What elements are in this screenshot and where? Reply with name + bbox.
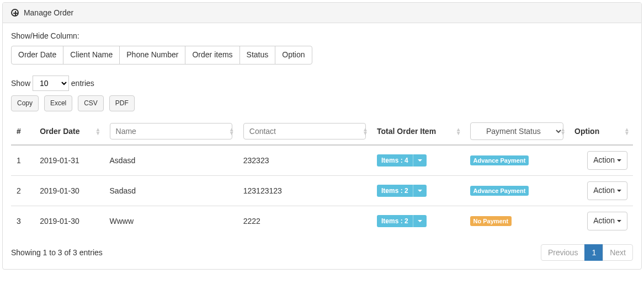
filter-payment-status-select[interactable]: Payment Status xyxy=(470,122,564,140)
export-pdf[interactable]: PDF xyxy=(109,95,135,111)
cell-order-date: 2019-01-30 xyxy=(34,176,104,206)
sort-icon: ▲▼ xyxy=(229,127,235,135)
action-button[interactable]: Action xyxy=(587,151,627,170)
items-badge[interactable]: Items : 2 xyxy=(377,215,427,227)
length-suffix: entries xyxy=(71,79,94,88)
cell-contact: 232323 xyxy=(238,145,371,175)
cell-payment-status: No Payment xyxy=(465,206,570,236)
length-control: Show 10 entries xyxy=(11,76,633,91)
col-order-date[interactable]: Order Date ▲▼ xyxy=(34,118,104,145)
cell-order-date: 2019-01-30 xyxy=(34,206,104,236)
cell-client-name: Asdasd xyxy=(104,145,238,175)
export-buttons: Copy Excel CSV PDF xyxy=(11,95,633,111)
items-badge-label: Items : 4 xyxy=(377,154,413,167)
chevron-down-icon xyxy=(617,220,621,222)
filter-contact-input[interactable] xyxy=(243,123,366,139)
col-index[interactable]: # xyxy=(11,118,34,145)
export-excel[interactable]: Excel xyxy=(44,95,72,111)
orders-table: # Order Date ▲▼ ▲▼ ▲▼ Tota xyxy=(11,118,633,236)
action-button[interactable]: Action xyxy=(587,181,627,200)
col-name: ▲▼ xyxy=(104,118,238,145)
cell-contact: 123123123 xyxy=(238,176,371,206)
chevron-down-icon xyxy=(413,154,427,167)
colvis-label: Show/Hide Column: xyxy=(11,31,633,40)
col-payment-status: Payment Status ▲▼ xyxy=(465,118,570,145)
action-button-label: Action xyxy=(593,155,617,164)
length-select[interactable]: 10 xyxy=(33,76,69,91)
manage-order-panel: Manage Order Show/Hide Column: Order Dat… xyxy=(2,2,642,270)
colvis-status[interactable]: Status xyxy=(239,46,276,65)
plus-circle-icon xyxy=(11,9,19,17)
items-badge-label: Items : 2 xyxy=(377,215,413,227)
sort-icon: ▲▼ xyxy=(456,127,461,135)
col-contact: ▲▼ xyxy=(238,118,371,145)
chevron-down-icon xyxy=(413,185,427,197)
colvis-phone-number[interactable]: Phone Number xyxy=(119,46,185,65)
col-total-item[interactable]: Total Order Item ▲▼ xyxy=(371,118,465,145)
colvis-order-date[interactable]: Order Date xyxy=(11,46,63,65)
cell-option: Action xyxy=(569,145,633,175)
cell-contact: 2222 xyxy=(238,206,371,236)
cell-option: Action xyxy=(569,206,633,236)
sort-icon: ▲▼ xyxy=(624,127,630,135)
cell-client-name: Sadasd xyxy=(104,176,238,206)
items-badge[interactable]: Items : 2 xyxy=(377,185,427,197)
table-row: 22019-01-30Sadasd123123123Items : 2Advan… xyxy=(11,176,633,206)
action-button[interactable]: Action xyxy=(587,212,627,230)
colvis-option[interactable]: Option xyxy=(275,46,312,65)
cell-total-item: Items : 2 xyxy=(371,176,465,206)
pagination: Previous 1 Next xyxy=(541,244,633,261)
cell-payment-status: Advance Payment xyxy=(465,176,570,206)
items-badge[interactable]: Items : 4 xyxy=(377,154,427,167)
colvis-order-items[interactable]: Order items xyxy=(185,46,239,65)
colvis-button-group: Order Date Client Name Phone Number Orde… xyxy=(11,46,633,65)
panel-title: Manage Order xyxy=(24,8,73,17)
filter-name-input[interactable] xyxy=(110,123,232,139)
chevron-down-icon xyxy=(413,215,427,227)
sort-icon: ▲▼ xyxy=(95,127,101,135)
page-previous[interactable]: Previous xyxy=(541,244,585,261)
chevron-down-icon xyxy=(617,190,621,192)
action-button-label: Action xyxy=(593,186,617,195)
cell-order-date: 2019-01-31 xyxy=(34,145,104,175)
sort-icon: ▲▼ xyxy=(363,127,368,135)
sort-icon: ▲▼ xyxy=(560,127,566,135)
action-button-label: Action xyxy=(593,216,617,225)
cell-index: 3 xyxy=(11,206,34,236)
payment-status-badge: No Payment xyxy=(470,216,512,226)
cell-total-item: Items : 4 xyxy=(371,145,465,175)
table-row: 12019-01-31Asdasd232323Items : 4Advance … xyxy=(11,145,633,175)
table-info: Showing 1 to 3 of 3 entries xyxy=(11,248,103,257)
col-option[interactable]: Option ▲▼ xyxy=(569,118,633,145)
export-csv[interactable]: CSV xyxy=(78,95,104,111)
items-badge-label: Items : 2 xyxy=(377,185,413,197)
export-copy[interactable]: Copy xyxy=(11,95,39,111)
cell-index: 2 xyxy=(11,176,34,206)
panel-heading: Manage Order xyxy=(3,3,641,23)
cell-client-name: Wwww xyxy=(104,206,238,236)
page-next[interactable]: Next xyxy=(603,244,633,261)
cell-option: Action xyxy=(569,176,633,206)
length-prefix: Show xyxy=(11,79,30,88)
table-row: 32019-01-30Wwww2222Items : 2No PaymentAc… xyxy=(11,206,633,236)
colvis-client-name[interactable]: Client Name xyxy=(63,46,120,65)
page-1[interactable]: 1 xyxy=(584,244,603,261)
payment-status-badge: Advance Payment xyxy=(470,155,529,165)
payment-status-badge: Advance Payment xyxy=(470,186,529,196)
chevron-down-icon xyxy=(617,159,621,162)
cell-payment-status: Advance Payment xyxy=(465,145,570,175)
cell-total-item: Items : 2 xyxy=(371,206,465,236)
cell-index: 1 xyxy=(11,145,34,175)
